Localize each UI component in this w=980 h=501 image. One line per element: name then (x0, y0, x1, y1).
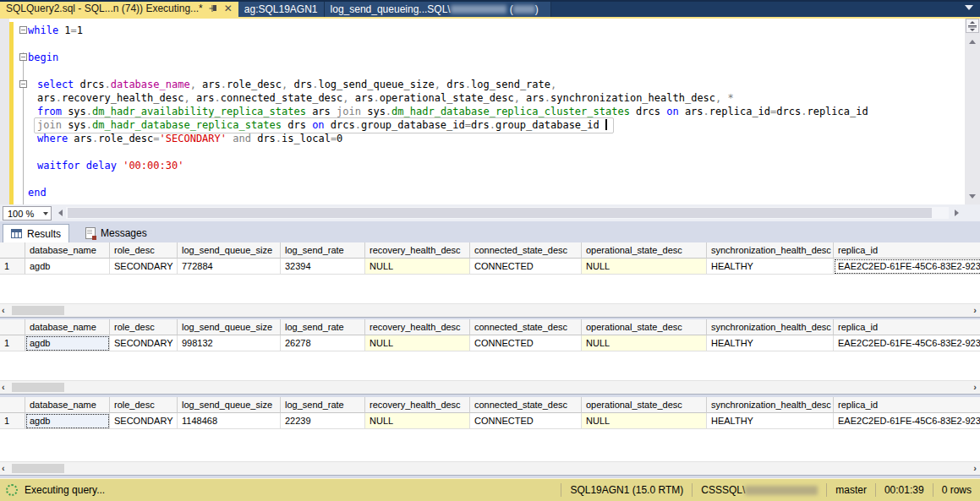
column-header-log_send_rate[interactable]: log_send_rate (281, 242, 365, 259)
editor-vertical-scrollbar[interactable] (965, 19, 980, 204)
grid-cell-log_send_queue_size[interactable]: 998132 (178, 335, 281, 351)
grid-cell-replica_id[interactable]: EAE2C2ED-61FE-45C6-83E2-923535A4E34 (834, 413, 980, 429)
column-header-log_send_queue_size[interactable]: log_send_queue_size (178, 242, 281, 259)
editor-horizontal-scrollbar[interactable] (66, 207, 949, 219)
grid-cell-database_name[interactable]: agdb (25, 259, 110, 275)
grid-cell-database_name[interactable]: agdb (25, 335, 110, 351)
grid-cell-operational_state_desc[interactable]: NULL (582, 413, 707, 429)
row-number-header[interactable] (0, 242, 25, 259)
grid-cell-connected_state_desc[interactable]: CONNECTED (470, 259, 582, 275)
column-header-operational_state_desc[interactable]: operational_state_desc (582, 319, 707, 335)
code-line[interactable] (0, 145, 980, 159)
grid-cell-log_send_rate[interactable]: 32394 (281, 259, 365, 275)
row-number-cell[interactable]: 1 (0, 259, 25, 275)
grid-cell-role_desc[interactable]: SECONDARY (110, 413, 178, 429)
tab-sqlquery2[interactable]: SQLQuery2.sql - SQL...n (74)) Executing.… (0, 0, 238, 17)
column-header-recovery_health_desc[interactable]: recovery_health_desc (365, 242, 470, 259)
column-header-role_desc[interactable]: role_desc (110, 242, 178, 259)
grid-cell-recovery_health_desc[interactable]: NULL (365, 335, 470, 351)
column-header-connected_state_desc[interactable]: connected_state_desc (470, 397, 582, 413)
scroll-left-icon[interactable]: ‹ (2, 383, 5, 392)
column-header-database_name[interactable]: database_name (25, 319, 110, 335)
grid-horizontal-scrollbar[interactable]: ‹› (0, 461, 980, 475)
scroll-right-icon[interactable]: › (973, 464, 977, 473)
grid-cell-operational_state_desc[interactable]: NULL (582, 259, 707, 275)
collapse-minus-icon[interactable] (19, 53, 27, 61)
scrollbar-thumb[interactable] (12, 306, 64, 315)
scrollbar-thumb[interactable] (12, 383, 64, 392)
code-line[interactable] (0, 64, 975, 78)
scroll-down-icon[interactable] (965, 189, 980, 203)
collapse-minus-icon[interactable] (19, 26, 27, 34)
column-header-role_desc[interactable]: role_desc (110, 397, 178, 413)
column-header-synchronization_health_desc[interactable]: synchronization_health_desc (707, 397, 834, 413)
column-header-log_send_queue_size[interactable]: log_send_queue_size (178, 397, 281, 413)
grid-horizontal-scrollbar[interactable]: ‹› (0, 380, 980, 394)
grid-cell-log_send_rate[interactable]: 26278 (281, 335, 365, 351)
column-header-operational_state_desc[interactable]: operational_state_desc (582, 397, 707, 413)
column-header-log_send_rate[interactable]: log_send_rate (281, 319, 365, 335)
tab-messages[interactable]: Messages (78, 224, 155, 242)
column-header-connected_state_desc[interactable]: connected_state_desc (470, 242, 582, 259)
column-header-operational_state_desc[interactable]: operational_state_desc (582, 242, 707, 259)
column-header-database_name[interactable]: database_name (25, 397, 110, 413)
grid-cell-recovery_health_desc[interactable]: NULL (365, 259, 470, 275)
scroll-up-icon[interactable] (965, 35, 980, 48)
chevron-down-icon[interactable] (40, 212, 51, 215)
grid-cell-synchronization_health_desc[interactable]: HEALTHY (707, 335, 834, 351)
grid-cell-role_desc[interactable]: SECONDARY (110, 259, 178, 275)
scroll-right-icon[interactable]: › (973, 306, 977, 315)
sql-editor[interactable]: while 1=1beginselect drcs.database_name,… (0, 19, 980, 204)
scroll-left-icon[interactable]: ‹ (2, 306, 5, 315)
column-header-log_send_rate[interactable]: log_send_rate (281, 397, 365, 413)
zoom-select[interactable]: 100 % (3, 206, 52, 221)
scroll-left-icon[interactable]: ‹ (2, 464, 5, 473)
grid-cell-operational_state_desc[interactable]: NULL (582, 335, 707, 351)
tab-log-send-queueing[interactable]: log_send_queueing...SQL\ ( ) (325, 2, 551, 17)
pin-icon[interactable] (209, 4, 218, 14)
row-number-header[interactable] (0, 397, 25, 413)
column-header-recovery_health_desc[interactable]: recovery_health_desc (365, 397, 470, 413)
code-line[interactable]: end (0, 186, 975, 199)
code-line[interactable]: begin (0, 51, 975, 64)
code-line[interactable]: select drcs.database_name, ars.role_desc… (0, 78, 980, 91)
row-number-cell[interactable]: 1 (0, 413, 25, 429)
grid-cell-log_send_queue_size[interactable]: 1148468 (178, 413, 281, 429)
code-line[interactable]: while 1=1 (0, 24, 975, 37)
column-header-connected_state_desc[interactable]: connected_state_desc (470, 319, 582, 335)
scrollbar-thumb[interactable] (68, 208, 932, 218)
close-icon[interactable]: ✕ (224, 3, 233, 14)
column-header-synchronization_health_desc[interactable]: synchronization_health_desc (707, 242, 834, 259)
scroll-right-icon[interactable] (950, 206, 962, 220)
column-header-replica_id[interactable]: replica_id (834, 397, 980, 413)
code-line[interactable]: from sys.dm_hadr_availability_replica_st… (0, 105, 980, 118)
grid-cell-replica_id[interactable]: EAE2C2ED-61FE-45C6-83E2-923535A4E34 (834, 259, 980, 275)
tab-results[interactable]: Results (3, 224, 69, 242)
grid-cell-connected_state_desc[interactable]: CONNECTED (470, 413, 582, 429)
code-line[interactable] (0, 172, 975, 186)
row-number-cell[interactable]: 1 (0, 335, 25, 351)
column-header-recovery_health_desc[interactable]: recovery_health_desc (365, 319, 470, 335)
code-line[interactable]: ars.recovery_health_desc, ars.connected_… (0, 91, 980, 105)
column-header-replica_id[interactable]: replica_id (834, 242, 980, 259)
grid-cell-database_name[interactable]: agdb (25, 413, 110, 429)
row-number-header[interactable] (0, 319, 25, 335)
scroll-left-icon[interactable] (54, 206, 66, 220)
grid-cell-log_send_rate[interactable]: 22239 (281, 413, 365, 429)
grid-cell-connected_state_desc[interactable]: CONNECTED (470, 335, 582, 351)
column-header-role_desc[interactable]: role_desc (110, 319, 178, 335)
grid-cell-synchronization_health_desc[interactable]: HEALTHY (707, 259, 834, 275)
column-header-synchronization_health_desc[interactable]: synchronization_health_desc (707, 319, 834, 335)
column-header-log_send_queue_size[interactable]: log_send_queue_size (178, 319, 281, 335)
collapse-minus-icon[interactable] (19, 80, 27, 88)
grid-cell-recovery_health_desc[interactable]: NULL (365, 413, 470, 429)
grid-cell-replica_id[interactable]: EAE2C2ED-61FE-45C6-83E2-923535A4E34 (834, 335, 980, 351)
column-header-replica_id[interactable]: replica_id (834, 319, 980, 335)
scroll-right-icon[interactable]: › (973, 383, 977, 392)
code-line[interactable]: join sys.dm_hadr_database_replica_states… (0, 118, 980, 132)
column-header-database_name[interactable]: database_name (25, 242, 110, 259)
grid-cell-role_desc[interactable]: SECONDARY (110, 335, 178, 351)
splitter-icon[interactable] (966, 19, 979, 33)
code-line[interactable] (0, 37, 975, 51)
code-line[interactable]: waitfor delay '00:00:30' (0, 159, 980, 172)
